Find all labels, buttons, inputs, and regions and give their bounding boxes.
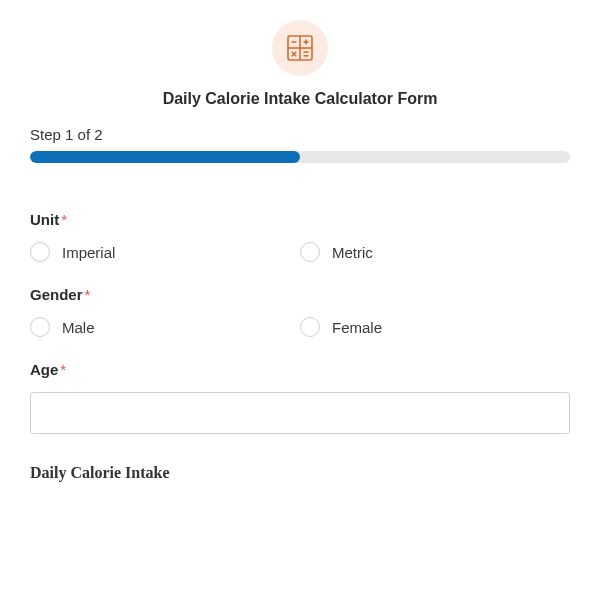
radio-icon	[300, 242, 320, 262]
gender-option-label: Male	[62, 319, 95, 336]
unit-options: Imperial Metric	[30, 242, 570, 262]
calculator-icon	[286, 34, 314, 62]
unit-option-label: Metric	[332, 244, 373, 261]
progress-bar	[30, 151, 570, 163]
radio-icon	[30, 317, 50, 337]
form-container: Daily Calorie Intake Calculator Form Ste…	[0, 0, 600, 502]
unit-option-label: Imperial	[62, 244, 115, 261]
gender-option-male[interactable]: Male	[30, 317, 300, 337]
gender-label: Gender*	[30, 286, 570, 303]
required-mark: *	[85, 286, 91, 303]
radio-icon	[30, 242, 50, 262]
unit-label-text: Unit	[30, 211, 59, 228]
gender-options: Male Female	[30, 317, 570, 337]
age-input[interactable]	[30, 392, 570, 434]
progress-fill	[30, 151, 300, 163]
field-unit: Unit* Imperial Metric	[30, 211, 570, 262]
field-age: Age*	[30, 361, 570, 434]
header-icon-wrap	[30, 20, 570, 76]
gender-label-text: Gender	[30, 286, 83, 303]
required-mark: *	[61, 211, 67, 228]
unit-option-imperial[interactable]: Imperial	[30, 242, 300, 262]
gender-option-female[interactable]: Female	[300, 317, 570, 337]
header-icon-circle	[272, 20, 328, 76]
age-label-text: Age	[30, 361, 58, 378]
required-mark: *	[60, 361, 66, 378]
unit-label: Unit*	[30, 211, 570, 228]
unit-option-metric[interactable]: Metric	[300, 242, 570, 262]
field-gender: Gender* Male Female	[30, 286, 570, 337]
gender-option-label: Female	[332, 319, 382, 336]
radio-icon	[300, 317, 320, 337]
form-title: Daily Calorie Intake Calculator Form	[30, 90, 570, 108]
step-label: Step 1 of 2	[30, 126, 570, 143]
section-heading: Daily Calorie Intake	[30, 464, 570, 482]
age-label: Age*	[30, 361, 570, 378]
